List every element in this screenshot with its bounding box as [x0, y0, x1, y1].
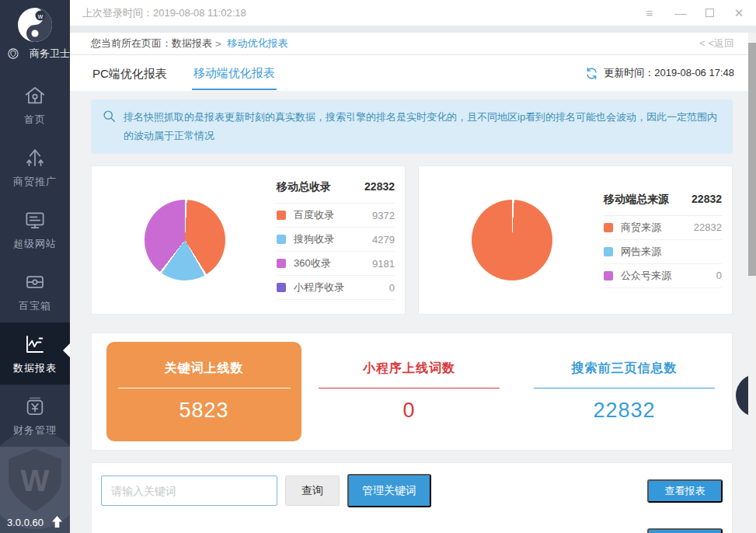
notice-banner: 排名快照抓取的是报表更新时刻的真实数据，搜索引擎的排名是实时变化的，且不同地区i… — [91, 99, 733, 154]
yinyang-logo-icon: w — [16, 6, 54, 44]
close-icon[interactable]: ✕ — [733, 7, 745, 19]
manage-keywords-button[interactable]: 管理关键词 — [347, 474, 431, 507]
legend-label: 360收录 — [294, 256, 331, 270]
legend-label: 商贸来源 — [621, 221, 661, 235]
sidebar: w 商务卫士 首页 — [0, 0, 70, 533]
stats-panel: 关键词上线数 5823 小程序上线词数 0 搜索前三页信息数 22832 — [91, 333, 733, 451]
stat-label: 小程序上线词数 — [301, 361, 517, 377]
legend-value: 0 — [716, 270, 722, 281]
back-link[interactable]: < <返回 — [699, 37, 734, 51]
upgrade-arrow-icon[interactable] — [51, 516, 63, 528]
sidebar-item-promotion[interactable]: 商贸推广 — [0, 136, 70, 198]
toolbox-icon — [0, 269, 70, 297]
app-window: w 商务卫士 首页 — [0, 0, 756, 533]
titlebar-divider — [70, 26, 756, 33]
legend-swatch — [277, 283, 286, 292]
main-content: 您当前所在页面：数据报表 > 移动优化报表 < <返回 PC端优化报表 移动端优… — [70, 33, 756, 533]
legend-label: 网告来源 — [621, 245, 661, 259]
view-report-button[interactable]: 查看报表 — [647, 479, 723, 503]
update-time-text: 更新时间：2019-08-06 17:48 — [604, 66, 734, 80]
side-nav: 首页 商贸推广 超级网站 — [0, 74, 70, 447]
pie-card-sources: 移动端总来源 22832 商贸来源 22832 网告来源 — [418, 165, 733, 315]
legend-item: 网告来源 — [604, 240, 722, 264]
menu-icon[interactable]: ≡ — [643, 7, 656, 19]
breadcrumb: 您当前所在页面：数据报表 > 移动优化报表 < <返回 — [70, 33, 756, 55]
sidebar-item-toolbox[interactable]: 百宝箱 — [0, 260, 70, 322]
window-controls: ≡ — ✕ — [643, 7, 756, 19]
shield-badge-icon — [8, 48, 19, 59]
legend-title-total: 22832 — [692, 193, 722, 207]
promotion-icon — [0, 145, 70, 172]
keyword-input[interactable] — [101, 476, 277, 506]
stat-card-keywords-online: 关键词上线数 5823 — [106, 342, 301, 441]
legend-swatch — [277, 235, 286, 244]
titlebar: 上次登录时间：2019-08-08 11:02:18 ≡ — ✕ — [70, 0, 756, 26]
legend-value: 22832 — [694, 221, 722, 233]
legend-value: 9181 — [372, 258, 395, 270]
home-icon — [0, 82, 70, 110]
tab-mobile-report[interactable]: 移动端优化报表 — [192, 57, 277, 90]
legend-item: 百度收录 9372 — [277, 204, 395, 228]
sidebar-item-home[interactable]: 首页 — [0, 74, 70, 136]
stat-card-miniprogram-words: 小程序上线词数 0 — [301, 361, 517, 423]
sidebar-item-label: 数据报表 — [0, 361, 70, 375]
pie-legend: 移动端总来源 22832 商贸来源 22832 网告来源 — [604, 193, 722, 288]
legend-label: 搜狗收录 — [294, 232, 334, 246]
legend-title-label: 移动总收录 — [277, 180, 331, 194]
legend-label: 小程序收录 — [294, 280, 344, 294]
legend-item: 360收录 9181 — [277, 252, 395, 276]
download-report-button[interactable]: 下载报表 — [647, 528, 723, 533]
tab-pc-report[interactable]: PC端优化报表 — [91, 57, 169, 89]
sidebar-item-website[interactable]: 超级网站 — [0, 198, 70, 260]
website-icon — [0, 207, 70, 235]
refresh-icon[interactable] — [585, 67, 598, 80]
query-button[interactable]: 查询 — [285, 476, 340, 506]
stat-card-top3-pages: 搜索前三页信息数 22832 — [517, 361, 732, 423]
legend-label: 百度收录 — [294, 208, 334, 222]
breadcrumb-section: 数据报表 — [172, 37, 212, 51]
svg-text:w: w — [37, 12, 44, 20]
legend-item: 商贸来源 22832 — [604, 216, 722, 240]
pie-chart-sources — [472, 200, 552, 280]
search-icon — [103, 110, 116, 123]
legend-item: 公众号来源 0 — [604, 264, 722, 288]
finance-icon — [0, 393, 70, 421]
scrollbar-thumb[interactable] — [748, 43, 756, 276]
stat-value: 0 — [301, 399, 517, 423]
maximize-icon[interactable] — [705, 9, 714, 17]
sidebar-item-label: 百宝箱 — [0, 299, 70, 313]
sidebar-item-label: 超级网站 — [0, 237, 70, 251]
stat-label: 关键词上线数 — [165, 361, 244, 377]
report-icon — [0, 331, 70, 359]
pie-card-inclusion: 移动总收录 22832 百度收录 9372 搜狗收录 4279 — [91, 165, 406, 315]
legend-swatch — [277, 211, 286, 220]
app-logo: w 商务卫士 — [0, 0, 70, 71]
breadcrumb-separator: > — [215, 38, 221, 50]
legend-label: 公众号来源 — [621, 269, 671, 283]
stat-value: 22832 — [517, 399, 732, 423]
sidebar-item-label: 首页 — [0, 113, 70, 127]
last-login-text: 上次登录时间：2019-08-08 11:02:18 — [70, 6, 246, 20]
scrollbar-track[interactable] — [748, 33, 756, 533]
minimize-icon[interactable]: — — [674, 7, 687, 19]
legend-value: 9372 — [372, 210, 395, 221]
notice-text: 排名快照抓取的是报表更新时刻的真实数据，搜索引擎的排名是实时变化的，且不同地区i… — [124, 111, 717, 141]
legend-swatch — [277, 259, 286, 268]
legend-item: 搜狗收录 4279 — [277, 228, 395, 252]
brand-name: 商务卫士 — [30, 47, 70, 61]
keyword-search-panel: 查询 管理关键词 查看报表 选择搜索引擎 ✓ Bai — [91, 462, 733, 533]
tab-bar: PC端优化报表 移动端优化报表 更新时间：2019-08-06 17:48 — [70, 55, 756, 91]
shield-watermark-icon: W — [0, 431, 70, 529]
sidebar-item-label: 商贸推广 — [0, 175, 70, 189]
legend-swatch — [604, 247, 613, 256]
breadcrumb-current: 移动优化报表 — [228, 37, 288, 51]
legend-swatch — [604, 223, 613, 232]
sidebar-item-reports[interactable]: 数据报表 — [0, 322, 70, 385]
pie-chart-inclusion — [145, 200, 225, 280]
pie-legend: 移动总收录 22832 百度收录 9372 搜狗收录 4279 — [277, 180, 395, 300]
svg-text:W: W — [21, 464, 50, 497]
pie-cards-row: 移动总收录 22832 百度收录 9372 搜狗收录 4279 — [91, 165, 733, 315]
scroll-area: 排名快照抓取的是报表更新时刻的真实数据，搜索引擎的排名是实时变化的，且不同地区i… — [70, 91, 756, 533]
legend-swatch — [604, 271, 613, 280]
breadcrumb-prefix: 您当前所在页面： — [91, 37, 172, 51]
